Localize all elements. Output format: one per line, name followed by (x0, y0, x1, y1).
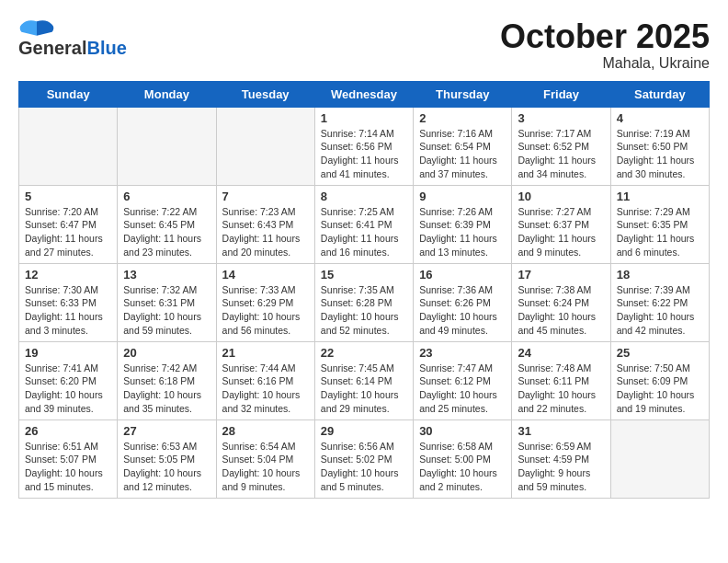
day-number: 19 (25, 346, 111, 360)
weekday-header-monday: Monday (118, 81, 216, 107)
day-number: 10 (518, 190, 604, 203)
day-number: 18 (617, 268, 703, 282)
logo-general: General (18, 38, 86, 58)
calendar-week-row: 26Sunrise: 6:51 AM Sunset: 5:07 PM Dayli… (19, 419, 710, 498)
calendar-cell: 29Sunrise: 6:56 AM Sunset: 5:02 PM Dayli… (314, 419, 413, 498)
calendar-cell: 3Sunrise: 7:17 AM Sunset: 6:52 PM Daylig… (512, 107, 610, 185)
day-number: 9 (419, 190, 506, 203)
calendar-cell (118, 107, 216, 185)
day-number: 31 (518, 424, 604, 438)
calendar-cell: 6Sunrise: 7:22 AM Sunset: 6:45 PM Daylig… (118, 185, 216, 263)
day-info: Sunrise: 7:47 AM Sunset: 6:12 PM Dayligh… (419, 362, 506, 416)
weekday-header-tuesday: Tuesday (216, 81, 314, 107)
day-info: Sunrise: 7:36 AM Sunset: 6:26 PM Dayligh… (419, 283, 506, 338)
day-number: 8 (321, 190, 407, 203)
day-number: 12 (25, 268, 111, 282)
day-number: 15 (321, 268, 407, 282)
day-number: 21 (222, 346, 309, 360)
day-info: Sunrise: 7:39 AM Sunset: 6:22 PM Dayligh… (617, 283, 703, 338)
day-info: Sunrise: 7:16 AM Sunset: 6:54 PM Dayligh… (419, 127, 506, 181)
calendar-cell: 26Sunrise: 6:51 AM Sunset: 5:07 PM Dayli… (19, 419, 118, 498)
day-info: Sunrise: 7:50 AM Sunset: 6:09 PM Dayligh… (617, 362, 703, 416)
day-number: 24 (518, 346, 604, 360)
day-number: 2 (419, 111, 506, 125)
day-number: 22 (321, 346, 407, 360)
day-info: Sunrise: 6:51 AM Sunset: 5:07 PM Dayligh… (25, 440, 111, 494)
calendar-cell: 2Sunrise: 7:16 AM Sunset: 6:54 PM Daylig… (414, 107, 512, 185)
calendar-cell: 18Sunrise: 7:39 AM Sunset: 6:22 PM Dayli… (610, 263, 709, 341)
day-number: 14 (222, 268, 309, 282)
day-info: Sunrise: 7:19 AM Sunset: 6:50 PM Dayligh… (617, 127, 703, 181)
calendar-cell: 10Sunrise: 7:27 AM Sunset: 6:37 PM Dayli… (512, 185, 610, 263)
calendar-cell (610, 419, 709, 498)
logo-icon (18, 18, 55, 37)
calendar-cell: 15Sunrise: 7:35 AM Sunset: 6:28 PM Dayli… (314, 263, 413, 341)
day-number: 17 (518, 268, 604, 282)
calendar-cell: 13Sunrise: 7:32 AM Sunset: 6:31 PM Dayli… (118, 263, 216, 341)
day-info: Sunrise: 7:20 AM Sunset: 6:47 PM Dayligh… (25, 205, 111, 259)
calendar-cell: 20Sunrise: 7:42 AM Sunset: 6:18 PM Dayli… (118, 341, 216, 419)
day-info: Sunrise: 6:58 AM Sunset: 5:00 PM Dayligh… (419, 440, 506, 494)
weekday-header-row: SundayMondayTuesdayWednesdayThursdayFrid… (19, 81, 710, 107)
calendar-week-row: 5Sunrise: 7:20 AM Sunset: 6:47 PM Daylig… (19, 185, 710, 263)
day-info: Sunrise: 7:41 AM Sunset: 6:20 PM Dayligh… (25, 362, 111, 416)
subtitle: Mahala, Ukraine (500, 55, 710, 72)
calendar-cell: 16Sunrise: 7:36 AM Sunset: 6:26 PM Dayli… (414, 263, 512, 341)
calendar-cell: 22Sunrise: 7:45 AM Sunset: 6:14 PM Dayli… (314, 341, 413, 419)
day-info: Sunrise: 7:33 AM Sunset: 6:29 PM Dayligh… (222, 283, 309, 338)
calendar-cell: 31Sunrise: 6:59 AM Sunset: 4:59 PM Dayli… (512, 419, 610, 498)
day-number: 30 (419, 424, 506, 438)
header: GeneralBlue October 2025 Mahala, Ukraine (18, 18, 710, 72)
day-number: 3 (518, 111, 604, 125)
logo-text: GeneralBlue (18, 39, 127, 57)
day-number: 4 (617, 111, 703, 125)
logo-blue: Blue (86, 38, 126, 58)
day-info: Sunrise: 6:53 AM Sunset: 5:05 PM Dayligh… (123, 440, 210, 494)
calendar-cell (216, 107, 314, 185)
day-number: 29 (321, 424, 407, 438)
day-info: Sunrise: 7:26 AM Sunset: 6:39 PM Dayligh… (419, 205, 506, 259)
weekday-header-sunday: Sunday (19, 81, 118, 107)
day-number: 25 (617, 346, 703, 360)
calendar-cell: 19Sunrise: 7:41 AM Sunset: 6:20 PM Dayli… (19, 341, 118, 419)
calendar-cell: 5Sunrise: 7:20 AM Sunset: 6:47 PM Daylig… (19, 185, 118, 263)
day-number: 1 (321, 111, 407, 125)
day-info: Sunrise: 7:23 AM Sunset: 6:43 PM Dayligh… (222, 205, 309, 259)
calendar-cell: 1Sunrise: 7:14 AM Sunset: 6:56 PM Daylig… (314, 107, 413, 185)
day-number: 23 (419, 346, 506, 360)
day-number: 16 (419, 268, 506, 282)
calendar-table: SundayMondayTuesdayWednesdayThursdayFrid… (18, 81, 710, 499)
day-number: 26 (25, 424, 111, 438)
day-info: Sunrise: 7:45 AM Sunset: 6:14 PM Dayligh… (321, 362, 407, 416)
calendar-week-row: 1Sunrise: 7:14 AM Sunset: 6:56 PM Daylig… (19, 107, 710, 185)
calendar-cell: 23Sunrise: 7:47 AM Sunset: 6:12 PM Dayli… (414, 341, 512, 419)
calendar-cell: 30Sunrise: 6:58 AM Sunset: 5:00 PM Dayli… (414, 419, 512, 498)
calendar-cell: 27Sunrise: 6:53 AM Sunset: 5:05 PM Dayli… (118, 419, 216, 498)
calendar-cell (19, 107, 118, 185)
weekday-header-saturday: Saturday (610, 81, 709, 107)
calendar-cell: 11Sunrise: 7:29 AM Sunset: 6:35 PM Dayli… (610, 185, 709, 263)
day-info: Sunrise: 7:25 AM Sunset: 6:41 PM Dayligh… (321, 205, 407, 259)
day-info: Sunrise: 7:14 AM Sunset: 6:56 PM Dayligh… (321, 127, 407, 181)
day-info: Sunrise: 7:30 AM Sunset: 6:33 PM Dayligh… (25, 283, 111, 338)
day-info: Sunrise: 7:35 AM Sunset: 6:28 PM Dayligh… (321, 283, 407, 338)
calendar-cell: 9Sunrise: 7:26 AM Sunset: 6:39 PM Daylig… (414, 185, 512, 263)
day-number: 7 (222, 190, 309, 203)
day-info: Sunrise: 6:54 AM Sunset: 5:04 PM Dayligh… (222, 440, 309, 494)
day-number: 27 (123, 424, 210, 438)
calendar-cell: 14Sunrise: 7:33 AM Sunset: 6:29 PM Dayli… (216, 263, 314, 341)
month-title: October 2025 (500, 18, 710, 55)
day-info: Sunrise: 7:29 AM Sunset: 6:35 PM Dayligh… (617, 205, 703, 259)
day-info: Sunrise: 7:38 AM Sunset: 6:24 PM Dayligh… (518, 283, 604, 338)
weekday-header-friday: Friday (512, 81, 610, 107)
day-info: Sunrise: 7:27 AM Sunset: 6:37 PM Dayligh… (518, 205, 604, 259)
weekday-header-thursday: Thursday (414, 81, 512, 107)
calendar-cell: 7Sunrise: 7:23 AM Sunset: 6:43 PM Daylig… (216, 185, 314, 263)
weekday-header-wednesday: Wednesday (314, 81, 413, 107)
calendar-week-row: 12Sunrise: 7:30 AM Sunset: 6:33 PM Dayli… (19, 263, 710, 341)
day-info: Sunrise: 7:44 AM Sunset: 6:16 PM Dayligh… (222, 362, 309, 416)
logo: GeneralBlue (18, 18, 127, 57)
day-info: Sunrise: 6:59 AM Sunset: 4:59 PM Dayligh… (518, 440, 604, 494)
calendar-cell: 17Sunrise: 7:38 AM Sunset: 6:24 PM Dayli… (512, 263, 610, 341)
day-info: Sunrise: 7:32 AM Sunset: 6:31 PM Dayligh… (123, 283, 210, 338)
